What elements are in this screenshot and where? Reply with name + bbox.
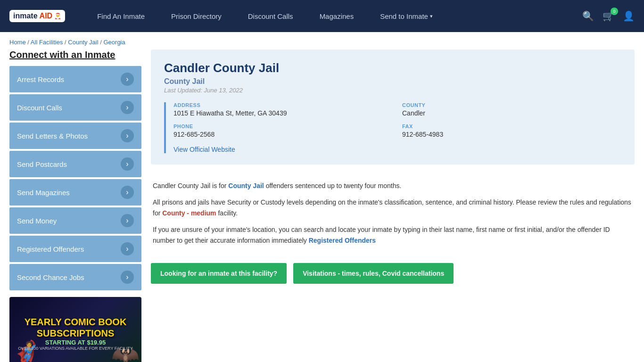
nav-prison-directory[interactable]: Prison Directory	[158, 0, 235, 32]
sidebar-item-send-money[interactable]: Send Money ›	[9, 207, 141, 234]
nav-icons: 🔍 🛒 0 👤	[582, 10, 635, 22]
facility-details: ADDRESS 1015 E Hiawatha St, Metter, GA 3…	[164, 102, 621, 153]
county-medium-link[interactable]: County - medium	[162, 209, 216, 217]
sidebar-menu: Arrest Records › Discount Calls › Send L…	[9, 66, 141, 290]
search-icon[interactable]: 🔍	[582, 10, 594, 22]
breadcrumb-all-facilities[interactable]: All Facilities	[31, 39, 63, 46]
logo-aid-text: AID	[40, 12, 53, 20]
facility-card: Candler County Jail County Jail Last Upd…	[151, 49, 635, 165]
find-inmate-button[interactable]: Looking for an inmate at this facility?	[151, 263, 287, 284]
sidebar-item-send-letters-photos[interactable]: Send Letters & Photos ›	[9, 123, 141, 149]
phone-group: PHONE 912-685-2568	[173, 123, 393, 138]
cart-badge: 0	[611, 8, 618, 15]
phone-value: 912-685-2568	[173, 131, 393, 138]
address-label: ADDRESS	[173, 102, 393, 108]
breadcrumb: Home / All Facilities / County Jail / Ge…	[0, 32, 644, 49]
nav-discount-calls[interactable]: Discount Calls	[235, 0, 306, 32]
ad-price: STARTING AT $19.95	[45, 339, 106, 346]
arrow-icon: ›	[121, 73, 134, 86]
main-content: Candler County Jail County Jail Last Upd…	[151, 49, 635, 362]
superhero-left-icon: 🦸	[11, 339, 42, 362]
ad-banner[interactable]: 🦸 YEARLY COMIC BOOK SUBSCRIPTIONS STARTI…	[9, 297, 141, 362]
desc-paragraph-2: All prisons and jails have Security or C…	[153, 197, 633, 219]
facility-description: Candler County Jail is for County Jail o…	[151, 174, 635, 258]
arrow-icon: ›	[121, 157, 134, 171]
fax-group: FAX 912-685-4983	[402, 123, 621, 138]
action-buttons: Looking for an inmate at this facility? …	[151, 263, 635, 284]
address-value: 1015 E Hiawatha St, Metter, GA 30439	[173, 109, 393, 117]
desc-paragraph-1: Candler County Jail is for County Jail o…	[153, 181, 633, 191]
official-website-link[interactable]: View Official Website	[173, 146, 235, 153]
fax-value: 912-685-4983	[402, 131, 621, 138]
nav-links: Find An Inmate Prison Directory Discount…	[84, 0, 582, 32]
logo-inmate-text: inmate	[13, 12, 38, 20]
user-icon[interactable]: 👤	[623, 10, 635, 22]
nav-magazines[interactable]: Magazines	[306, 0, 367, 32]
registered-offenders-link[interactable]: Registered Offenders	[309, 237, 376, 244]
county-jail-link[interactable]: County Jail	[228, 182, 264, 189]
sidebar-item-send-magazines[interactable]: Send Magazines ›	[9, 179, 141, 206]
breadcrumb-state[interactable]: Georgia	[103, 39, 125, 46]
nav-send-to-inmate[interactable]: Send to Inmate ▾	[367, 0, 446, 32]
facility-type: County Jail	[164, 77, 621, 86]
arrow-icon: ›	[121, 214, 134, 227]
nav-find-inmate[interactable]: Find An Inmate	[84, 0, 158, 32]
arrow-icon: ›	[121, 242, 134, 255]
arrow-icon: ›	[121, 271, 134, 284]
cart-icon[interactable]: 🛒 0	[603, 10, 614, 22]
desc-paragraph-3: If you are unsure of your inmate's locat…	[153, 224, 633, 246]
county-group: COUNTY Candler	[402, 102, 621, 117]
arrow-icon: ›	[121, 129, 134, 142]
fax-label: FAX	[402, 123, 621, 129]
website-group: View Official Website	[173, 145, 621, 153]
sidebar-item-second-chance-jobs[interactable]: Second Chance Jobs ›	[9, 264, 141, 290]
navigation: inmate AID 🎅 Find An Inmate Prison Direc…	[0, 0, 644, 32]
sidebar-item-discount-calls[interactable]: Discount Calls ›	[9, 94, 141, 121]
breadcrumb-home[interactable]: Home	[9, 39, 26, 46]
county-value: Candler	[402, 109, 621, 117]
arrow-icon: ›	[121, 101, 134, 114]
chevron-down-icon: ▾	[430, 13, 433, 19]
sidebar: Connect with an Inmate Arrest Records › …	[9, 49, 141, 362]
logo[interactable]: inmate AID 🎅	[9, 10, 65, 22]
sidebar-item-arrest-records[interactable]: Arrest Records ›	[9, 66, 141, 92]
breadcrumb-county-jail[interactable]: County Jail	[68, 39, 98, 46]
county-label: COUNTY	[402, 102, 621, 108]
address-group: ADDRESS 1015 E Hiawatha St, Metter, GA 3…	[173, 102, 393, 117]
ad-title-line1: YEARLY COMIC BOOK	[25, 316, 127, 328]
facility-last-updated: Last Updated: June 13, 2022	[164, 87, 621, 94]
sidebar-title: Connect with an Inmate	[9, 49, 141, 60]
ad-title-line2: SUBSCRIPTIONS	[37, 328, 114, 339]
sidebar-item-registered-offenders[interactable]: Registered Offenders ›	[9, 236, 141, 262]
facility-name: Candler County Jail	[164, 61, 621, 75]
superhero-right-icon: 🦇	[111, 342, 140, 362]
visitations-button[interactable]: Visitations - times, rules, Covid cancel…	[293, 263, 454, 284]
logo-hat-icon: 🎅	[54, 13, 61, 19]
arrow-icon: ›	[121, 186, 134, 199]
ad-note: OVER 100 VARIATIONS AVAILABLE FOR EVERY …	[18, 346, 133, 351]
phone-label: PHONE	[173, 123, 393, 129]
sidebar-item-send-postcards[interactable]: Send Postcards ›	[9, 151, 141, 177]
main-container: Connect with an Inmate Arrest Records › …	[0, 49, 644, 362]
